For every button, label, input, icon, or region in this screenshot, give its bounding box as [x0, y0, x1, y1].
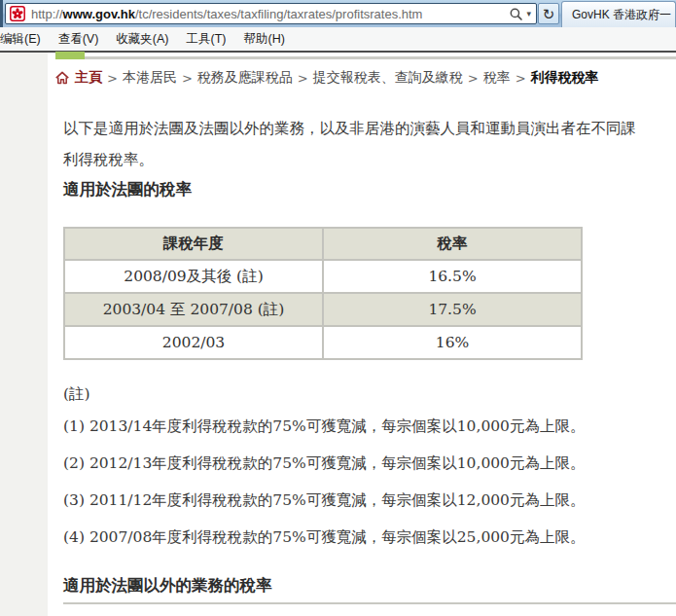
- menu-favorites[interactable]: 收藏夹(A): [107, 31, 177, 48]
- table-header-row: 課稅年度 稅率: [64, 228, 582, 260]
- page-content: 主頁 > 本港居民 > 稅務及應課稅品 > 提交報稅表、查詢及繳稅 > 稅率 >…: [0, 53, 676, 616]
- breadcrumb-link-taxrates[interactable]: 稅率: [483, 69, 511, 87]
- browser-titlebar: http://www.gov.hk/tc/residents/taxes/tax…: [0, 0, 676, 27]
- table-row: 2003/04 至 2007/08 (註) 17.5%: [64, 293, 582, 326]
- breadcrumb-link-residents[interactable]: 本港居民: [123, 69, 177, 87]
- window-edge: [0, 0, 3, 27]
- breadcrumb: 主頁 > 本港居民 > 稅務及應課稅品 > 提交報稅表、查詢及繳稅 > 稅率 >…: [54, 69, 599, 87]
- note-item: (1) 2013/14年度利得稅稅款的75%可獲寬減，每宗個案以10,000元為…: [63, 417, 585, 437]
- breadcrumb-separator: >: [107, 71, 118, 86]
- breadcrumb-link-taxfiling[interactable]: 提交報稅表、查詢及繳稅: [313, 69, 463, 87]
- search-icon[interactable]: [509, 7, 523, 21]
- cell-rate: 16%: [323, 326, 582, 359]
- address-bar[interactable]: http://www.gov.hk/tc/residents/taxes/tax…: [5, 3, 537, 24]
- cell-rate: 17.5%: [323, 293, 582, 326]
- url-domain: www.gov.hk: [63, 7, 135, 21]
- menu-edit[interactable]: 编辑(E): [0, 31, 50, 48]
- url-field[interactable]: http://www.gov.hk/tc/residents/taxes/tax…: [31, 7, 509, 21]
- govhk-favicon-icon: [10, 6, 25, 21]
- column-header-rate: 稅率: [323, 228, 582, 260]
- menu-tools[interactable]: 工具(T): [178, 31, 235, 48]
- breadcrumb-home-link[interactable]: 主頁: [75, 69, 102, 87]
- note-item: (3) 2011/12年度利得稅稅款的75%可獲寬減，每宗個案以12,000元為…: [63, 490, 585, 511]
- home-icon[interactable]: [54, 70, 70, 86]
- intro-line-2: 利得稅稅率。: [63, 144, 636, 175]
- refresh-button[interactable]: ↻: [538, 3, 559, 24]
- table-row: 2002/03 16%: [64, 326, 582, 359]
- note-item: (2) 2012/13年度利得稅稅款的75%可獲寬減，每宗個案以10,000元為…: [63, 453, 585, 474]
- breadcrumb-separator: >: [516, 71, 526, 86]
- note-item: (4) 2007/08年度利得稅稅款的75%可獲寬減，每宗個案以25,000元為…: [63, 527, 585, 548]
- refresh-icon: ↻: [543, 7, 555, 21]
- page-left-margin: [0, 53, 48, 616]
- notes-label: (註): [63, 384, 90, 405]
- section-heading-corporations: 適用於法團的稅率: [63, 179, 192, 200]
- cell-rate: 16.5%: [323, 260, 582, 293]
- breadcrumb-separator: >: [468, 71, 479, 86]
- table-row: 2008/09及其後 (註) 16.5%: [64, 260, 582, 293]
- intro-line-1: 以下是適用於法團及法團以外的業務，以及非居港的演藝人員和運動員演出者在不同課: [63, 113, 636, 144]
- menu-view[interactable]: 查看(V): [50, 31, 108, 48]
- url-path: /tc/residents/taxes/taxfiling/taxrates/p…: [135, 7, 423, 21]
- menu-bar: 编辑(E) 查看(V) 收藏夹(A) 工具(T) 帮助(H): [0, 27, 676, 53]
- menu-help[interactable]: 帮助(H): [234, 31, 293, 48]
- breadcrumb-separator: >: [298, 71, 308, 86]
- nav-tab-fragment: [55, 52, 85, 59]
- column-header-year: 課稅年度: [64, 228, 323, 260]
- breadcrumb-current: 利得稅稅率: [531, 69, 599, 87]
- chevron-down-icon[interactable]: ▾: [526, 9, 531, 18]
- breadcrumb-link-taxes[interactable]: 稅務及應課稅品: [197, 69, 293, 87]
- cell-year: 2003/04 至 2007/08 (註): [64, 293, 323, 326]
- url-prefix: http://: [31, 7, 63, 21]
- tab-title: GovHK 香港政府一: [572, 7, 671, 23]
- cell-year: 2008/09及其後 (註): [64, 260, 323, 293]
- browser-tab[interactable]: GovHK 香港政府一: [561, 1, 676, 27]
- cell-year: 2002/03: [64, 326, 323, 359]
- section-divider: [63, 602, 676, 604]
- intro-paragraph: 以下是適用於法團及法團以外的業務，以及非居港的演藝人員和運動員演出者在不同課 利…: [63, 113, 636, 175]
- breadcrumb-separator: >: [182, 71, 193, 86]
- section-heading-unincorporated: 適用於法團以外的業務的稅率: [63, 575, 272, 597]
- header-divider: [85, 56, 676, 59]
- profits-tax-rates-table: 課稅年度 稅率 2008/09及其後 (註) 16.5% 2003/04 至 2…: [63, 227, 583, 360]
